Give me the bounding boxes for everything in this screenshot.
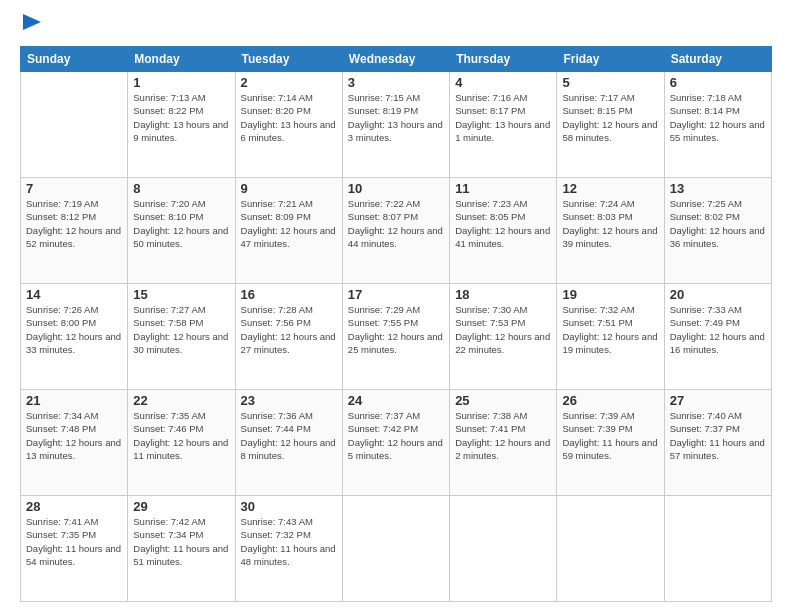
day-info: Sunrise: 7:34 AM Sunset: 7:48 PM Dayligh… bbox=[26, 409, 122, 462]
weekday-header: Monday bbox=[128, 47, 235, 72]
calendar-cell: 12 Sunrise: 7:24 AM Sunset: 8:03 PM Dayl… bbox=[557, 178, 664, 284]
calendar-cell: 10 Sunrise: 7:22 AM Sunset: 8:07 PM Dayl… bbox=[342, 178, 449, 284]
day-number: 12 bbox=[562, 181, 658, 196]
sunrise-text: Sunrise: 7:30 AM bbox=[455, 304, 527, 315]
sunrise-text: Sunrise: 7:33 AM bbox=[670, 304, 742, 315]
day-info: Sunrise: 7:42 AM Sunset: 7:34 PM Dayligh… bbox=[133, 515, 229, 568]
daylight-text: Daylight: 12 hours and 25 minutes. bbox=[348, 331, 443, 355]
day-info: Sunrise: 7:23 AM Sunset: 8:05 PM Dayligh… bbox=[455, 197, 551, 250]
daylight-text: Daylight: 12 hours and 27 minutes. bbox=[241, 331, 336, 355]
day-info: Sunrise: 7:29 AM Sunset: 7:55 PM Dayligh… bbox=[348, 303, 444, 356]
day-number: 2 bbox=[241, 75, 337, 90]
sunrise-text: Sunrise: 7:29 AM bbox=[348, 304, 420, 315]
calendar-week-row: 1 Sunrise: 7:13 AM Sunset: 8:22 PM Dayli… bbox=[21, 72, 772, 178]
sunrise-text: Sunrise: 7:15 AM bbox=[348, 92, 420, 103]
day-number: 6 bbox=[670, 75, 766, 90]
sunrise-text: Sunrise: 7:23 AM bbox=[455, 198, 527, 209]
sunrise-text: Sunrise: 7:36 AM bbox=[241, 410, 313, 421]
sunset-text: Sunset: 7:58 PM bbox=[133, 317, 203, 328]
day-number: 19 bbox=[562, 287, 658, 302]
sunset-text: Sunset: 7:49 PM bbox=[670, 317, 740, 328]
weekday-header: Wednesday bbox=[342, 47, 449, 72]
day-number: 28 bbox=[26, 499, 122, 514]
daylight-text: Daylight: 12 hours and 8 minutes. bbox=[241, 437, 336, 461]
day-info: Sunrise: 7:39 AM Sunset: 7:39 PM Dayligh… bbox=[562, 409, 658, 462]
daylight-text: Daylight: 11 hours and 59 minutes. bbox=[562, 437, 657, 461]
sunset-text: Sunset: 8:03 PM bbox=[562, 211, 632, 222]
calendar-week-row: 28 Sunrise: 7:41 AM Sunset: 7:35 PM Dayl… bbox=[21, 496, 772, 602]
day-number: 20 bbox=[670, 287, 766, 302]
sunrise-text: Sunrise: 7:32 AM bbox=[562, 304, 634, 315]
day-info: Sunrise: 7:20 AM Sunset: 8:10 PM Dayligh… bbox=[133, 197, 229, 250]
sunrise-text: Sunrise: 7:37 AM bbox=[348, 410, 420, 421]
day-number: 14 bbox=[26, 287, 122, 302]
calendar-cell: 5 Sunrise: 7:17 AM Sunset: 8:15 PM Dayli… bbox=[557, 72, 664, 178]
calendar-week-row: 14 Sunrise: 7:26 AM Sunset: 8:00 PM Dayl… bbox=[21, 284, 772, 390]
daylight-text: Daylight: 12 hours and 44 minutes. bbox=[348, 225, 443, 249]
daylight-text: Daylight: 12 hours and 36 minutes. bbox=[670, 225, 765, 249]
daylight-text: Daylight: 12 hours and 52 minutes. bbox=[26, 225, 121, 249]
day-info: Sunrise: 7:43 AM Sunset: 7:32 PM Dayligh… bbox=[241, 515, 337, 568]
sunrise-text: Sunrise: 7:17 AM bbox=[562, 92, 634, 103]
daylight-text: Daylight: 12 hours and 2 minutes. bbox=[455, 437, 550, 461]
sunrise-text: Sunrise: 7:38 AM bbox=[455, 410, 527, 421]
day-number: 17 bbox=[348, 287, 444, 302]
day-number: 7 bbox=[26, 181, 122, 196]
calendar-cell: 22 Sunrise: 7:35 AM Sunset: 7:46 PM Dayl… bbox=[128, 390, 235, 496]
daylight-text: Daylight: 13 hours and 3 minutes. bbox=[348, 119, 443, 143]
weekday-header: Friday bbox=[557, 47, 664, 72]
daylight-text: Daylight: 12 hours and 58 minutes. bbox=[562, 119, 657, 143]
daylight-text: Daylight: 12 hours and 33 minutes. bbox=[26, 331, 121, 355]
logo-flag-icon bbox=[23, 14, 41, 36]
day-number: 18 bbox=[455, 287, 551, 302]
daylight-text: Daylight: 13 hours and 9 minutes. bbox=[133, 119, 228, 143]
daylight-text: Daylight: 12 hours and 50 minutes. bbox=[133, 225, 228, 249]
sunrise-text: Sunrise: 7:13 AM bbox=[133, 92, 205, 103]
calendar-cell: 11 Sunrise: 7:23 AM Sunset: 8:05 PM Dayl… bbox=[450, 178, 557, 284]
daylight-text: Daylight: 12 hours and 41 minutes. bbox=[455, 225, 550, 249]
daylight-text: Daylight: 12 hours and 30 minutes. bbox=[133, 331, 228, 355]
calendar-cell: 29 Sunrise: 7:42 AM Sunset: 7:34 PM Dayl… bbox=[128, 496, 235, 602]
day-number: 23 bbox=[241, 393, 337, 408]
sunrise-text: Sunrise: 7:22 AM bbox=[348, 198, 420, 209]
calendar-cell: 16 Sunrise: 7:28 AM Sunset: 7:56 PM Dayl… bbox=[235, 284, 342, 390]
calendar-cell: 2 Sunrise: 7:14 AM Sunset: 8:20 PM Dayli… bbox=[235, 72, 342, 178]
day-info: Sunrise: 7:26 AM Sunset: 8:00 PM Dayligh… bbox=[26, 303, 122, 356]
day-number: 4 bbox=[455, 75, 551, 90]
calendar-cell bbox=[450, 496, 557, 602]
sunset-text: Sunset: 8:22 PM bbox=[133, 105, 203, 116]
daylight-text: Daylight: 12 hours and 47 minutes. bbox=[241, 225, 336, 249]
day-number: 3 bbox=[348, 75, 444, 90]
day-number: 10 bbox=[348, 181, 444, 196]
day-number: 27 bbox=[670, 393, 766, 408]
sunset-text: Sunset: 7:32 PM bbox=[241, 529, 311, 540]
day-number: 15 bbox=[133, 287, 229, 302]
calendar-cell: 8 Sunrise: 7:20 AM Sunset: 8:10 PM Dayli… bbox=[128, 178, 235, 284]
sunrise-text: Sunrise: 7:19 AM bbox=[26, 198, 98, 209]
daylight-text: Daylight: 12 hours and 5 minutes. bbox=[348, 437, 443, 461]
day-number: 29 bbox=[133, 499, 229, 514]
calendar-cell: 17 Sunrise: 7:29 AM Sunset: 7:55 PM Dayl… bbox=[342, 284, 449, 390]
day-info: Sunrise: 7:24 AM Sunset: 8:03 PM Dayligh… bbox=[562, 197, 658, 250]
day-info: Sunrise: 7:30 AM Sunset: 7:53 PM Dayligh… bbox=[455, 303, 551, 356]
day-number: 13 bbox=[670, 181, 766, 196]
logo bbox=[20, 16, 41, 36]
day-number: 16 bbox=[241, 287, 337, 302]
daylight-text: Daylight: 13 hours and 1 minute. bbox=[455, 119, 550, 143]
sunrise-text: Sunrise: 7:43 AM bbox=[241, 516, 313, 527]
calendar-cell: 25 Sunrise: 7:38 AM Sunset: 7:41 PM Dayl… bbox=[450, 390, 557, 496]
calendar-cell: 23 Sunrise: 7:36 AM Sunset: 7:44 PM Dayl… bbox=[235, 390, 342, 496]
calendar-cell: 14 Sunrise: 7:26 AM Sunset: 8:00 PM Dayl… bbox=[21, 284, 128, 390]
sunset-text: Sunset: 7:51 PM bbox=[562, 317, 632, 328]
calendar-cell bbox=[557, 496, 664, 602]
sunset-text: Sunset: 8:10 PM bbox=[133, 211, 203, 222]
calendar-cell: 1 Sunrise: 7:13 AM Sunset: 8:22 PM Dayli… bbox=[128, 72, 235, 178]
daylight-text: Daylight: 11 hours and 48 minutes. bbox=[241, 543, 336, 567]
calendar-cell bbox=[21, 72, 128, 178]
calendar-cell: 15 Sunrise: 7:27 AM Sunset: 7:58 PM Dayl… bbox=[128, 284, 235, 390]
sunset-text: Sunset: 8:19 PM bbox=[348, 105, 418, 116]
sunrise-text: Sunrise: 7:21 AM bbox=[241, 198, 313, 209]
day-info: Sunrise: 7:33 AM Sunset: 7:49 PM Dayligh… bbox=[670, 303, 766, 356]
sunset-text: Sunset: 7:46 PM bbox=[133, 423, 203, 434]
daylight-text: Daylight: 12 hours and 19 minutes. bbox=[562, 331, 657, 355]
